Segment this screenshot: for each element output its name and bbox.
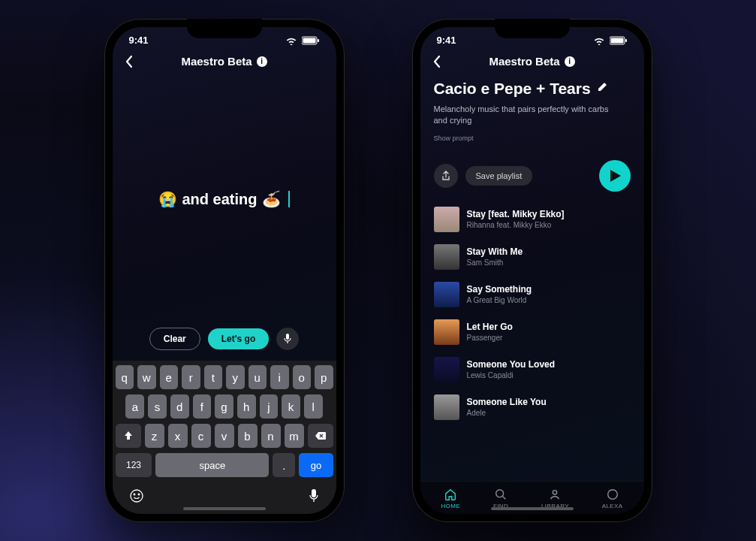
status-icons (285, 36, 320, 45)
key-b[interactable]: b (238, 424, 258, 448)
keyboard-row-2: a s d f g h j k l (116, 394, 333, 419)
voice-input-button[interactable] (276, 328, 299, 350)
home-indicator[interactable] (491, 507, 574, 510)
info-icon[interactable]: i (565, 56, 575, 67)
info-icon[interactable]: i (257, 56, 267, 67)
key-shift[interactable] (116, 424, 141, 448)
key-d[interactable]: d (170, 394, 189, 419)
key-numbers[interactable]: 123 (116, 453, 152, 477)
key-o[interactable]: o (293, 365, 312, 389)
track-artist: Lewis Capaldi (467, 371, 556, 379)
page-title: Maestro Beta i (181, 55, 267, 68)
key-k[interactable]: k (282, 394, 300, 419)
track-artist: Rihanna feat. Mikky Ekko (467, 221, 565, 229)
keyboard-row-4: 123 space . go (116, 453, 333, 477)
key-p[interactable]: p (315, 365, 333, 389)
track-row[interactable]: Someone Like You Adele (434, 388, 631, 426)
track-row[interactable]: Stay With Me Sam Smith (434, 238, 631, 276)
key-j[interactable]: j (260, 394, 279, 419)
track-title: Say Something (467, 284, 532, 295)
back-button[interactable] (125, 55, 134, 72)
key-f[interactable]: f (193, 394, 212, 419)
key-q[interactable]: q (116, 365, 134, 389)
svg-point-4 (131, 490, 143, 502)
emoji-spaghetti: 🍝 (262, 192, 281, 207)
key-backspace[interactable] (308, 424, 333, 448)
play-button[interactable] (599, 160, 631, 192)
playlist-controls: Save playlist (420, 150, 644, 198)
playlist-title-row: Cacio e Pepe + Tears (434, 80, 631, 98)
track-title: Stay [feat. Mikky Ekko] (467, 209, 565, 219)
dictation-button[interactable] (308, 488, 320, 506)
key-v[interactable]: v (215, 424, 234, 448)
svg-rect-2 (318, 39, 319, 42)
key-y[interactable]: y (226, 365, 245, 389)
save-playlist-button[interactable]: Save playlist (465, 166, 533, 186)
key-w[interactable]: w (137, 365, 156, 389)
album-art (434, 394, 459, 420)
key-t[interactable]: t (204, 365, 223, 389)
tab-label: ALEXA (602, 503, 623, 509)
wifi-icon (285, 36, 297, 45)
svg-rect-1 (303, 38, 315, 43)
emoji-picker-button[interactable] (129, 488, 144, 506)
key-l[interactable]: l (304, 394, 323, 419)
track-title: Let Her Go (467, 322, 513, 332)
share-button[interactable] (434, 164, 458, 188)
key-space[interactable]: space (155, 453, 269, 477)
search-icon (494, 488, 508, 501)
status-time: 9:41 (437, 35, 456, 46)
chevron-left-icon (125, 55, 134, 68)
key-x[interactable]: x (168, 424, 188, 448)
text-cursor (288, 191, 290, 207)
key-e[interactable]: e (160, 365, 179, 389)
home-icon (444, 488, 457, 501)
tab-find[interactable]: FIND (493, 488, 508, 509)
key-go[interactable]: go (299, 453, 333, 477)
track-row[interactable]: Stay [feat. Mikky Ekko] Rihanna feat. Mi… (434, 201, 631, 238)
battery-icon (610, 36, 628, 45)
svg-point-13 (607, 490, 617, 500)
prompt-input-area[interactable]: 😭 and eating 🍝 (113, 78, 336, 320)
key-i[interactable]: i (270, 365, 289, 389)
compose-actions: Clear Let's go (113, 320, 336, 361)
key-r[interactable]: r (182, 365, 200, 389)
key-u[interactable]: u (248, 365, 267, 389)
key-h[interactable]: h (237, 394, 256, 419)
track-row[interactable]: Say Something A Great Big World (434, 276, 631, 313)
tab-library[interactable]: LIBRARY (541, 488, 569, 509)
album-art (434, 282, 459, 307)
tab-home[interactable]: HOME (441, 488, 460, 509)
smile-icon (129, 488, 144, 503)
key-m[interactable]: m (285, 424, 304, 448)
home-indicator[interactable] (183, 507, 266, 510)
app-header: Maestro Beta i (420, 49, 644, 78)
page-title-text: Maestro Beta (489, 55, 559, 68)
track-title: Someone Like You (467, 397, 547, 407)
key-period[interactable]: . (273, 453, 295, 477)
track-artist: Adele (467, 409, 547, 417)
submit-button[interactable]: Let's go (208, 328, 270, 349)
tab-alexa[interactable]: ALEXA (602, 488, 623, 509)
phone-notch (187, 19, 262, 38)
key-s[interactable]: s (148, 394, 167, 419)
virtual-keyboard: q w e r t y u i o p a s d f g h j k l (113, 361, 336, 514)
emoji-crying: 😭 (158, 192, 177, 207)
back-button[interactable] (432, 55, 441, 72)
key-c[interactable]: c (191, 424, 211, 448)
svg-point-5 (134, 494, 135, 495)
chevron-left-icon (432, 55, 441, 68)
clear-button[interactable]: Clear (149, 328, 200, 350)
library-icon (548, 488, 562, 501)
key-n[interactable]: n (261, 424, 281, 448)
key-g[interactable]: g (215, 394, 233, 419)
track-row[interactable]: Let Her Go Passenger (434, 313, 631, 351)
album-art (434, 357, 459, 382)
key-z[interactable]: z (145, 424, 164, 448)
track-row[interactable]: Someone You Loved Lewis Capaldi (434, 351, 631, 388)
edit-title-button[interactable] (597, 82, 607, 95)
key-a[interactable]: a (125, 394, 144, 419)
phone-playlist: 9:41 Maestro Beta i Cacio e Pepe + Tears (412, 19, 652, 522)
pencil-icon (597, 82, 607, 92)
show-prompt-link[interactable]: Show prompt (434, 134, 631, 142)
